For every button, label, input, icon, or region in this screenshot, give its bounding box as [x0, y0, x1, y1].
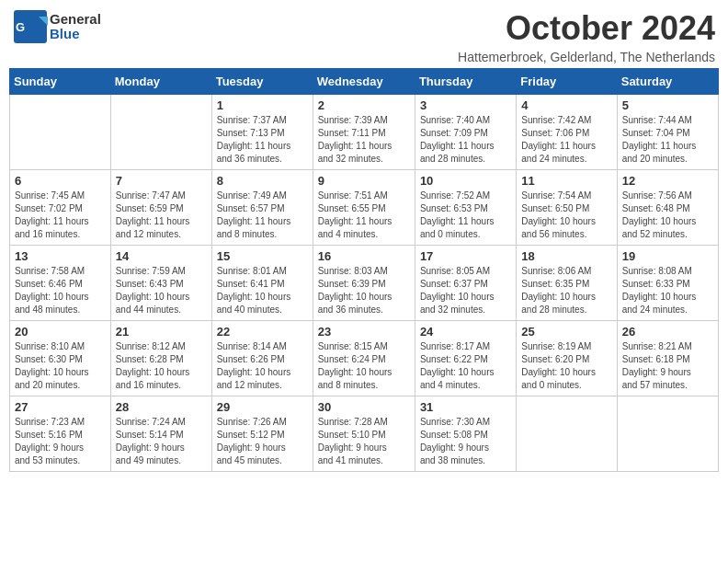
day-number: 19 — [622, 249, 713, 263]
day-number: 8 — [217, 174, 308, 188]
calendar-cell: 6Sunrise: 7:45 AM Sunset: 7:02 PM Daylig… — [10, 170, 111, 246]
day-number: 2 — [318, 98, 410, 112]
day-info: Sunrise: 7:45 AM Sunset: 7:02 PM Dayligh… — [15, 190, 106, 241]
weekday-header-row: SundayMondayTuesdayWednesdayThursdayFrid… — [10, 69, 719, 95]
day-info: Sunrise: 7:37 AM Sunset: 7:13 PM Dayligh… — [217, 114, 308, 166]
calendar-cell: 26Sunrise: 8:21 AM Sunset: 6:18 PM Dayli… — [617, 321, 718, 396]
calendar-cell: 12Sunrise: 7:56 AM Sunset: 6:48 PM Dayli… — [617, 170, 718, 246]
calendar-cell: 16Sunrise: 8:03 AM Sunset: 6:39 PM Dayli… — [313, 246, 415, 321]
day-info: Sunrise: 8:01 AM Sunset: 6:41 PM Dayligh… — [217, 265, 308, 316]
day-info: Sunrise: 7:54 AM Sunset: 6:50 PM Dayligh… — [521, 190, 611, 241]
day-number: 5 — [622, 98, 713, 112]
day-number: 7 — [116, 174, 207, 188]
day-number: 13 — [15, 249, 106, 263]
weekday-header: Wednesday — [313, 69, 415, 95]
day-number: 15 — [217, 249, 308, 263]
day-info: Sunrise: 7:30 AM Sunset: 5:08 PM Dayligh… — [420, 416, 511, 467]
day-number: 26 — [622, 325, 713, 339]
calendar-cell: 30Sunrise: 7:28 AM Sunset: 5:10 PM Dayli… — [313, 396, 415, 472]
day-info: Sunrise: 7:47 AM Sunset: 6:59 PM Dayligh… — [116, 190, 207, 241]
calendar-cell: 27Sunrise: 7:23 AM Sunset: 5:16 PM Dayli… — [10, 396, 111, 472]
calendar-cell: 28Sunrise: 7:24 AM Sunset: 5:14 PM Dayli… — [110, 396, 211, 472]
day-number: 1 — [217, 98, 308, 112]
day-info: Sunrise: 7:23 AM Sunset: 5:16 PM Dayligh… — [15, 416, 106, 467]
day-number: 30 — [318, 400, 410, 414]
day-info: Sunrise: 8:19 AM Sunset: 6:20 PM Dayligh… — [521, 340, 611, 392]
calendar-cell — [10, 95, 111, 170]
day-info: Sunrise: 8:10 AM Sunset: 6:30 PM Dayligh… — [15, 340, 106, 392]
day-info: Sunrise: 7:58 AM Sunset: 6:46 PM Dayligh… — [15, 265, 106, 316]
day-info: Sunrise: 7:24 AM Sunset: 5:14 PM Dayligh… — [116, 416, 207, 467]
day-info: Sunrise: 8:21 AM Sunset: 6:18 PM Dayligh… — [622, 340, 713, 392]
day-number: 28 — [116, 400, 207, 414]
day-info: Sunrise: 7:52 AM Sunset: 6:53 PM Dayligh… — [420, 190, 511, 241]
day-info: Sunrise: 8:15 AM Sunset: 6:24 PM Dayligh… — [318, 340, 410, 392]
calendar-cell: 23Sunrise: 8:15 AM Sunset: 6:24 PM Dayli… — [313, 321, 415, 396]
calendar-cell: 17Sunrise: 8:05 AM Sunset: 6:37 PM Dayli… — [415, 246, 516, 321]
calendar-cell: 21Sunrise: 8:12 AM Sunset: 6:28 PM Dayli… — [110, 321, 211, 396]
calendar-cell: 22Sunrise: 8:14 AM Sunset: 6:26 PM Dayli… — [211, 321, 313, 396]
day-number: 11 — [521, 174, 611, 188]
calendar-cell: 15Sunrise: 8:01 AM Sunset: 6:41 PM Dayli… — [211, 246, 313, 321]
day-info: Sunrise: 7:26 AM Sunset: 5:12 PM Dayligh… — [217, 416, 308, 467]
day-number: 16 — [318, 249, 410, 263]
day-number: 22 — [217, 325, 308, 339]
day-number: 29 — [217, 400, 308, 414]
day-info: Sunrise: 7:59 AM Sunset: 6:43 PM Dayligh… — [116, 265, 207, 316]
calendar-table: SundayMondayTuesdayWednesdayThursdayFrid… — [9, 68, 719, 472]
day-info: Sunrise: 8:17 AM Sunset: 6:22 PM Dayligh… — [420, 340, 511, 392]
calendar-cell: 10Sunrise: 7:52 AM Sunset: 6:53 PM Dayli… — [415, 170, 516, 246]
day-info: Sunrise: 7:49 AM Sunset: 6:57 PM Dayligh… — [217, 190, 308, 241]
weekday-header: Monday — [110, 69, 211, 95]
day-number: 10 — [420, 174, 511, 188]
svg-text:G: G — [16, 20, 25, 34]
calendar-cell: 31Sunrise: 7:30 AM Sunset: 5:08 PM Dayli… — [415, 396, 516, 472]
calendar-cell: 11Sunrise: 7:54 AM Sunset: 6:50 PM Dayli… — [517, 170, 617, 246]
day-info: Sunrise: 8:14 AM Sunset: 6:26 PM Dayligh… — [217, 340, 308, 392]
day-number: 14 — [116, 249, 207, 263]
day-info: Sunrise: 7:40 AM Sunset: 7:09 PM Dayligh… — [420, 114, 511, 166]
day-number: 31 — [420, 400, 511, 414]
page-header: G General Blue October 2024 Hattemerbroe… — [9, 9, 719, 64]
day-number: 17 — [420, 249, 511, 263]
day-info: Sunrise: 7:51 AM Sunset: 6:55 PM Dayligh… — [318, 190, 410, 241]
day-number: 3 — [420, 98, 511, 112]
calendar-week-row: 20Sunrise: 8:10 AM Sunset: 6:30 PM Dayli… — [10, 321, 719, 396]
day-info: Sunrise: 8:05 AM Sunset: 6:37 PM Dayligh… — [420, 265, 511, 316]
calendar-cell: 14Sunrise: 7:59 AM Sunset: 6:43 PM Dayli… — [110, 246, 211, 321]
calendar-cell: 5Sunrise: 7:44 AM Sunset: 7:04 PM Daylig… — [617, 95, 718, 170]
day-info: Sunrise: 7:39 AM Sunset: 7:11 PM Dayligh… — [318, 114, 410, 166]
day-info: Sunrise: 7:44 AM Sunset: 7:04 PM Dayligh… — [622, 114, 713, 166]
calendar-cell: 2Sunrise: 7:39 AM Sunset: 7:11 PM Daylig… — [313, 95, 415, 170]
day-info: Sunrise: 7:42 AM Sunset: 7:06 PM Dayligh… — [521, 114, 611, 166]
day-number: 21 — [116, 325, 207, 339]
day-number: 25 — [521, 325, 611, 339]
weekday-header: Friday — [517, 69, 617, 95]
day-info: Sunrise: 8:12 AM Sunset: 6:28 PM Dayligh… — [116, 340, 207, 392]
title-section: October 2024 Hattemerbroek, Gelderland, … — [458, 9, 715, 64]
calendar-cell: 4Sunrise: 7:42 AM Sunset: 7:06 PM Daylig… — [517, 95, 617, 170]
calendar-week-row: 1Sunrise: 7:37 AM Sunset: 7:13 PM Daylig… — [10, 95, 719, 170]
day-info: Sunrise: 7:28 AM Sunset: 5:10 PM Dayligh… — [318, 416, 410, 467]
calendar-cell: 9Sunrise: 7:51 AM Sunset: 6:55 PM Daylig… — [313, 170, 415, 246]
calendar-week-row: 27Sunrise: 7:23 AM Sunset: 5:16 PM Dayli… — [10, 396, 719, 472]
calendar-cell: 13Sunrise: 7:58 AM Sunset: 6:46 PM Dayli… — [10, 246, 111, 321]
weekday-header: Thursday — [415, 69, 516, 95]
day-number: 23 — [318, 325, 410, 339]
day-number: 6 — [15, 174, 106, 188]
day-number: 27 — [15, 400, 106, 414]
logo-blue: Blue — [50, 26, 80, 41]
calendar-cell: 18Sunrise: 8:06 AM Sunset: 6:35 PM Dayli… — [517, 246, 617, 321]
day-number: 4 — [521, 98, 611, 112]
day-info: Sunrise: 7:56 AM Sunset: 6:48 PM Dayligh… — [622, 190, 713, 241]
calendar-cell: 29Sunrise: 7:26 AM Sunset: 5:12 PM Dayli… — [211, 396, 313, 472]
calendar-cell: 25Sunrise: 8:19 AM Sunset: 6:20 PM Dayli… — [517, 321, 617, 396]
day-number: 20 — [15, 325, 106, 339]
calendar-cell: 24Sunrise: 8:17 AM Sunset: 6:22 PM Dayli… — [415, 321, 516, 396]
calendar-cell: 1Sunrise: 7:37 AM Sunset: 7:13 PM Daylig… — [211, 95, 313, 170]
calendar-week-row: 13Sunrise: 7:58 AM Sunset: 6:46 PM Dayli… — [10, 246, 719, 321]
day-info: Sunrise: 8:08 AM Sunset: 6:33 PM Dayligh… — [622, 265, 713, 316]
day-number: 24 — [420, 325, 511, 339]
day-info: Sunrise: 8:03 AM Sunset: 6:39 PM Dayligh… — [318, 265, 410, 316]
calendar-cell: 19Sunrise: 8:08 AM Sunset: 6:33 PM Dayli… — [617, 246, 718, 321]
